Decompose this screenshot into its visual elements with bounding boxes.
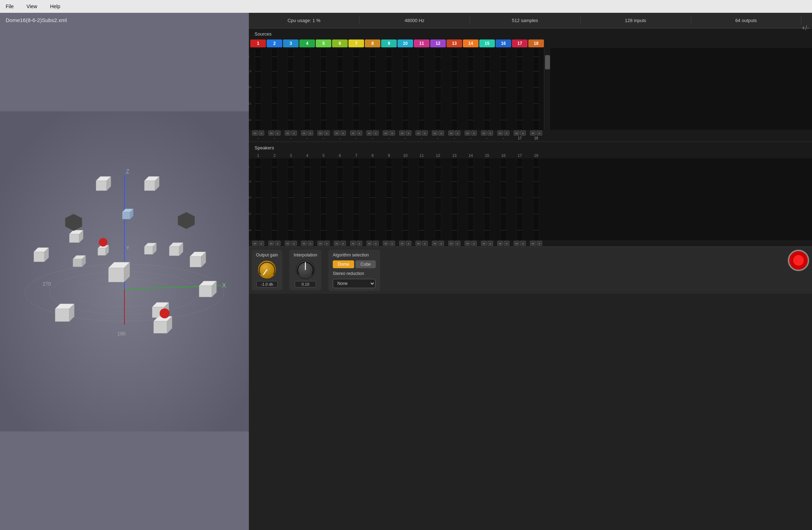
source-s-btn-8[interactable]: s	[373, 131, 379, 136]
cube-2[interactable]	[144, 176, 159, 191]
source-m-btn-14[interactable]: m	[465, 131, 470, 136]
cube-1[interactable]	[96, 176, 111, 191]
speaker-s-btn-18[interactable]: s	[536, 241, 542, 246]
stereo-select[interactable]: None Low Medium High	[333, 279, 375, 288]
algo-dome-button[interactable]: Dome	[333, 260, 354, 268]
speaker-s-btn-2[interactable]: s	[275, 241, 281, 246]
speaker-s-btn-16[interactable]: s	[504, 241, 509, 246]
source-m-btn-16[interactable]: m	[497, 131, 503, 136]
source-s-btn-4[interactable]: s	[308, 131, 313, 136]
menu-view[interactable]: View	[24, 2, 40, 11]
cube-center[interactable]	[108, 262, 130, 282]
source-s-btn-10[interactable]: s	[406, 131, 411, 136]
cube-9[interactable]	[190, 252, 206, 267]
speaker-m-btn-13[interactable]: m	[448, 241, 454, 246]
cube-13[interactable]	[199, 281, 217, 297]
cube-10[interactable]	[55, 304, 74, 322]
source-s-btn-3[interactable]: s	[291, 131, 297, 136]
source-dot-1[interactable]	[99, 238, 107, 247]
menu-help[interactable]: Help	[47, 2, 63, 11]
interpolation-knob[interactable]	[295, 260, 315, 280]
speaker-s-btn-3[interactable]: s	[291, 241, 297, 246]
source-s-btn-16[interactable]: s	[504, 131, 509, 136]
source-m-btn-18[interactable]: m	[530, 131, 536, 136]
source-s-btn-1[interactable]: s	[258, 131, 264, 136]
cube-7[interactable]	[144, 243, 156, 254]
speaker-s-btn-14[interactable]: s	[471, 241, 477, 246]
source-s-btn-5[interactable]: s	[324, 131, 330, 136]
cube-6[interactable]	[98, 245, 109, 255]
source-m-btn-2[interactable]: m	[268, 131, 274, 136]
speaker-s-btn-13[interactable]: s	[455, 241, 460, 246]
speaker-m-btn-7[interactable]: m	[350, 241, 356, 246]
speaker-s-btn-6[interactable]: s	[340, 241, 346, 246]
3d-scene[interactable]: Z X Y 270 180 90	[0, 13, 249, 530]
speaker-s-btn-5[interactable]: s	[324, 241, 330, 246]
source-m-btn-10[interactable]: m	[399, 131, 405, 136]
speaker-m-btn-15[interactable]: m	[481, 241, 487, 246]
source-s-btn-17[interactable]: s	[520, 131, 526, 136]
speaker-m-btn-17[interactable]: m	[514, 241, 519, 246]
cube-4[interactable]	[69, 230, 83, 243]
source-m-btn-9[interactable]: m	[383, 131, 389, 136]
speaker-s-btn-4[interactable]: s	[308, 241, 313, 246]
speaker-s-btn-17[interactable]: s	[520, 241, 526, 246]
source-m-btn-7[interactable]: m	[350, 131, 356, 136]
source-m-btn-17[interactable]: m	[514, 131, 519, 136]
speaker-m-btn-2[interactable]: m	[268, 241, 274, 246]
cube-3[interactable]	[34, 248, 49, 262]
speaker-s-btn-15[interactable]: s	[487, 241, 493, 246]
source-m-btn-1[interactable]: m	[252, 131, 258, 136]
cube-5[interactable]	[73, 255, 86, 267]
source-m-btn-11[interactable]: m	[416, 131, 421, 136]
speaker-s-btn-8[interactable]: s	[373, 241, 379, 246]
speaker-m-btn-9[interactable]: m	[383, 241, 389, 246]
algo-cube-button[interactable]: Cube	[356, 260, 376, 268]
source-s-btn-9[interactable]: s	[389, 131, 395, 136]
source-dot-2[interactable]	[160, 308, 170, 318]
source-m-btn-3[interactable]: m	[285, 131, 290, 136]
speaker-s-btn-10[interactable]: s	[406, 241, 411, 246]
speaker-m-btn-1[interactable]: m	[252, 241, 258, 246]
speaker-m-btn-5[interactable]: m	[317, 241, 323, 246]
output-gain-knob[interactable]	[257, 260, 277, 280]
speaker-s-btn-7[interactable]: s	[357, 241, 362, 246]
source-m-btn-6[interactable]: m	[334, 131, 340, 136]
speaker-m-btn-4[interactable]: m	[301, 241, 307, 246]
speaker-m-btn-3[interactable]: m	[285, 241, 290, 246]
source-m-btn-13[interactable]: m	[448, 131, 454, 136]
speaker-s-btn-1[interactable]: s	[258, 241, 264, 246]
source-s-btn-18[interactable]: s	[536, 131, 542, 136]
speaker-m-btn-10[interactable]: m	[399, 241, 405, 246]
speaker-m-btn-8[interactable]: m	[367, 241, 372, 246]
speaker-m-btn-16[interactable]: m	[497, 241, 503, 246]
source-m-btn-12[interactable]: m	[432, 131, 438, 136]
record-button[interactable]	[788, 250, 809, 271]
speaker-m-btn-14[interactable]: m	[465, 241, 470, 246]
cube-8[interactable]	[169, 243, 183, 256]
source-s-btn-2[interactable]: s	[275, 131, 281, 136]
pm-button[interactable]: +/-	[801, 25, 809, 32]
speaker-m-btn-12[interactable]: m	[432, 241, 438, 246]
source-s-btn-12[interactable]: s	[438, 131, 444, 136]
speaker-s-btn-12[interactable]: s	[438, 241, 444, 246]
source-m-btn-4[interactable]: m	[301, 131, 307, 136]
speaker-m-btn-11[interactable]: m	[416, 241, 421, 246]
source-m-btn-15[interactable]: m	[481, 131, 487, 136]
source-s-btn-6[interactable]: s	[340, 131, 346, 136]
source-s-btn-13[interactable]: s	[455, 131, 460, 136]
speaker-s-btn-11[interactable]: s	[422, 241, 428, 246]
speaker-m-btn-6[interactable]: m	[334, 241, 340, 246]
source-s-btn-7[interactable]: s	[357, 131, 362, 136]
source-m-btn-5[interactable]: m	[317, 131, 323, 136]
source-s-btn-14[interactable]: s	[471, 131, 477, 136]
cube-12[interactable]	[154, 316, 172, 333]
speaker-m-btn-18[interactable]: m	[530, 241, 536, 246]
source-s-btn-11[interactable]: s	[422, 131, 428, 136]
source-scrollbar[interactable]	[544, 48, 550, 130]
menu-file[interactable]: File	[3, 2, 17, 11]
source-m-btn-8[interactable]: m	[367, 131, 372, 136]
cube-small-center[interactable]	[122, 209, 133, 219]
speaker-s-btn-9[interactable]: s	[389, 241, 395, 246]
source-s-btn-15[interactable]: s	[487, 131, 493, 136]
